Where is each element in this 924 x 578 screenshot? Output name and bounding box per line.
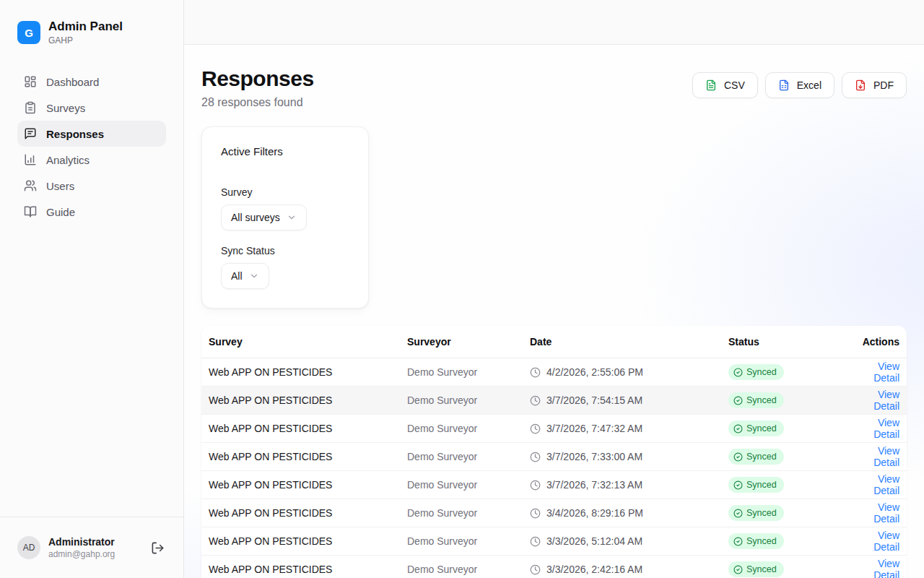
sidebar-item-guide[interactable]: Guide (17, 199, 166, 225)
date-cell: 3/3/2026, 5:12:04 AM (523, 535, 721, 547)
table-row: Web APP ON PESTICIDES Demo Surveyor 3/7/… (201, 443, 907, 471)
chevron-down-icon (249, 271, 259, 281)
surveyor-cell: Demo Surveyor (400, 507, 523, 519)
sidebar: G Admin Panel GAHP Dashboard Surveys Res… (0, 0, 184, 578)
date-text: 3/7/2026, 7:47:32 AM (546, 423, 642, 434)
status-cell: Synced (721, 505, 844, 521)
export-excel-button[interactable]: Excel (765, 72, 834, 98)
sidebar-item-users[interactable]: Users (17, 173, 166, 199)
date-text: 3/7/2026, 7:54:15 AM (546, 394, 642, 406)
sync-status-filter-value: All (231, 270, 243, 282)
clock-icon (530, 395, 541, 406)
dashboard-icon (24, 75, 37, 88)
sync-status-filter-select[interactable]: All (221, 263, 269, 289)
view-detail-link[interactable]: View Detail (873, 417, 899, 440)
table-row: Web APP ON PESTICIDES Demo Surveyor 3/7/… (201, 415, 907, 443)
sidebar-item-responses[interactable]: Responses (17, 121, 166, 147)
export-pdf-button[interactable]: PDF (842, 72, 907, 98)
sidebar-item-analytics[interactable]: Analytics (17, 147, 166, 173)
table-row: Web APP ON PESTICIDES Demo Surveyor 3/7/… (201, 387, 907, 415)
survey-cell: Web APP ON PESTICIDES (201, 366, 400, 378)
filters-title: Active Filters (221, 145, 349, 158)
survey-filter-select[interactable]: All surveys (221, 204, 307, 230)
view-detail-link[interactable]: View Detail (873, 473, 899, 496)
column-header-status: Status (721, 336, 844, 348)
status-cell: Synced (721, 561, 844, 577)
surveyor-cell: Demo Surveyor (400, 479, 523, 491)
view-detail-link[interactable]: View Detail (873, 530, 899, 553)
bar-chart-icon (24, 153, 37, 166)
date-cell: 3/4/2026, 8:29:16 PM (523, 507, 721, 519)
actions-cell: View Detail (844, 501, 907, 525)
view-detail-link[interactable]: View Detail (873, 361, 899, 384)
logout-button[interactable] (149, 540, 166, 556)
table-row: Web APP ON PESTICIDES Demo Surveyor 4/2/… (201, 358, 907, 387)
survey-cell: Web APP ON PESTICIDES (201, 507, 400, 519)
status-badge: Synced (728, 420, 784, 436)
export-csv-label: CSV (724, 79, 745, 91)
sidebar-item-dashboard[interactable]: Dashboard (17, 69, 166, 95)
surveyor-cell: Demo Surveyor (400, 423, 523, 434)
sidebar-item-label: Analytics (46, 154, 90, 166)
view-detail-link[interactable]: View Detail (873, 558, 899, 578)
table-row: Web APP ON PESTICIDES Demo Surveyor 3/3/… (201, 527, 907, 556)
clock-icon (530, 452, 541, 462)
surveyor-cell: Demo Surveyor (400, 366, 523, 378)
export-csv-button[interactable]: CSV (692, 72, 758, 98)
status-cell: Synced (721, 533, 844, 549)
date-cell: 4/2/2026, 2:55:06 PM (523, 366, 721, 378)
check-circle-icon (733, 396, 743, 405)
check-circle-icon (733, 452, 743, 462)
actions-cell: View Detail (844, 530, 907, 553)
survey-cell: Web APP ON PESTICIDES (201, 451, 400, 462)
surveyor-cell: Demo Surveyor (400, 394, 523, 406)
check-circle-icon (733, 565, 743, 574)
status-badge: Synced (728, 561, 784, 577)
clock-icon (530, 480, 541, 491)
status-cell: Synced (721, 364, 844, 380)
users-icon (24, 179, 37, 192)
status-badge: Synced (728, 364, 784, 380)
sidebar-item-surveys[interactable]: Surveys (17, 95, 166, 121)
actions-cell: View Detail (844, 445, 907, 468)
sidebar-item-label: Users (46, 180, 74, 192)
page-header: Responses 28 responses found CSV Excel (201, 66, 907, 109)
file-spreadsheet-icon (778, 79, 790, 91)
app-org: GAHP (48, 35, 123, 46)
survey-cell: Web APP ON PESTICIDES (201, 479, 400, 491)
file-download-icon (855, 79, 866, 91)
date-cell: 3/3/2026, 2:42:16 AM (523, 564, 721, 575)
sidebar-item-label: Surveys (46, 102, 85, 114)
check-circle-icon (733, 509, 743, 518)
check-circle-icon (733, 537, 743, 546)
view-detail-link[interactable]: View Detail (873, 389, 899, 412)
actions-cell: View Detail (844, 389, 907, 412)
chevron-down-icon (287, 212, 297, 223)
date-cell: 3/7/2026, 7:47:32 AM (523, 423, 721, 434)
app-logo: G (17, 21, 40, 44)
view-detail-link[interactable]: View Detail (873, 445, 899, 468)
survey-filter-label: Survey (221, 186, 349, 198)
table-row: Web APP ON PESTICIDES Demo Surveyor 3/7/… (201, 471, 907, 499)
status-badge: Synced (728, 449, 784, 465)
survey-cell: Web APP ON PESTICIDES (201, 394, 400, 406)
surveyor-cell: Demo Surveyor (400, 451, 523, 462)
column-header-survey: Survey (201, 336, 400, 348)
clipboard-icon (24, 101, 37, 114)
view-detail-link[interactable]: View Detail (873, 501, 899, 525)
results-count: 28 responses found (201, 96, 314, 109)
page-title: Responses (201, 66, 314, 91)
user-panel: AD Administrator admin@gahp.org (0, 517, 183, 578)
survey-cell: Web APP ON PESTICIDES (201, 564, 400, 575)
topbar (184, 0, 924, 45)
status-cell: Synced (721, 392, 844, 408)
clock-icon (530, 536, 541, 547)
export-excel-label: Excel (797, 79, 821, 91)
main-area: Responses 28 responses found CSV Excel (184, 0, 924, 578)
actions-cell: View Detail (844, 473, 907, 496)
column-header-date: Date (523, 336, 721, 348)
avatar: AD (17, 536, 40, 559)
clock-icon (530, 508, 541, 519)
actions-cell: View Detail (844, 417, 907, 440)
responses-table: Survey Surveyor Date Status Actions Web … (201, 326, 907, 578)
